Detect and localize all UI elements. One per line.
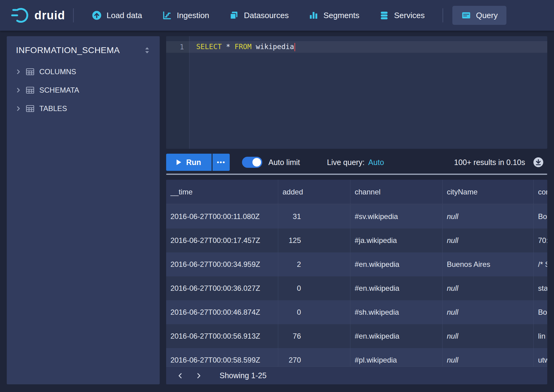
cell-comment: 70: — [533, 229, 547, 252]
cell-comment: sta — [533, 276, 547, 300]
chevron-right-icon — [16, 69, 21, 75]
sort-double-caret-icon[interactable] — [144, 46, 150, 54]
nav-item-label: Query — [476, 11, 498, 20]
play-icon — [177, 159, 181, 165]
table-grid-icon — [26, 86, 34, 94]
cell-cityname: null — [442, 229, 533, 252]
query-toolbar: Run ••• Auto limit Live query: Auto 100+… — [166, 153, 547, 171]
druid-logo-icon — [10, 7, 31, 23]
cell-channel: #sv.wikipedia — [350, 205, 442, 229]
editor-gutter — [166, 36, 189, 149]
nav-segments[interactable]: Segments — [298, 0, 369, 31]
cell-cityname: null — [442, 205, 533, 229]
next-page-button[interactable] — [192, 369, 205, 382]
cell-added: 31 — [278, 205, 350, 229]
column-header-time[interactable]: __time — [166, 180, 278, 204]
nav-item-label: Services — [394, 11, 425, 20]
nav-load-data[interactable]: Load data — [82, 0, 152, 31]
chevron-right-icon — [16, 87, 21, 93]
schema-sidebar: INFORMATION_SCHEMA COLUMNS SCHEMATA TABL… — [7, 36, 160, 384]
query-results-table: __time added channel cityName com 2016-0… — [166, 180, 547, 384]
nav-item-label: Ingestion — [177, 11, 209, 20]
cell-added: 2 — [278, 252, 350, 276]
druid-brand[interactable]: druid — [10, 7, 65, 23]
cell-time: 2016-06-27T00:00:34.959Z — [166, 252, 278, 276]
top-navbar: druid Load data Ingestion Datasources Se… — [0, 0, 554, 31]
schema-title: INFORMATION_SCHEMA — [16, 45, 120, 55]
cell-channel: #en.wikipedia — [350, 276, 442, 300]
nav-query[interactable]: Query — [452, 6, 506, 25]
more-options-button[interactable]: ••• — [213, 154, 230, 171]
brand-name: druid — [34, 9, 65, 22]
line-number: 1 — [166, 43, 184, 51]
sql-editor[interactable]: 1 SELECT * FROM wikipedia — [166, 36, 547, 149]
nav-item-label: Datasources — [244, 11, 289, 20]
table-header-row: __time added channel cityName com — [166, 180, 547, 204]
segments-bars-icon — [308, 10, 319, 21]
text-cursor — [295, 43, 295, 51]
sidebar-item-columns[interactable]: COLUMNS — [7, 63, 160, 81]
table-body: 2016-06-27T00:00:11.080Z 31 #sv.wikipedi… — [166, 205, 547, 384]
table-row: 2016-06-27T00:00:17.457Z 125 #ja.wikiped… — [166, 229, 547, 252]
column-header-comment[interactable]: com — [533, 180, 547, 204]
live-query-mode-link[interactable]: Auto — [368, 158, 384, 167]
cell-channel: #ja.wikipedia — [350, 229, 442, 252]
cell-comment: lin — [533, 324, 547, 348]
run-button[interactable]: Run — [166, 154, 212, 171]
download-icon — [533, 156, 544, 168]
datasources-stack-icon — [229, 10, 239, 21]
table-row: 2016-06-27T00:00:36.027Z 0 #en.wikipedia… — [166, 276, 547, 300]
cell-channel: #en.wikipedia — [350, 324, 442, 348]
tree-item-label: TABLES — [39, 104, 67, 113]
table-row: 2016-06-27T00:00:56.913Z 76 #en.wikipedi… — [166, 324, 547, 348]
column-header-added[interactable]: added — [278, 180, 350, 204]
navbar-divider — [73, 8, 74, 22]
results-divider-bar — [166, 174, 547, 175]
table-grid-icon — [26, 105, 34, 112]
chevron-left-icon — [178, 372, 183, 379]
cell-added: 0 — [278, 276, 350, 300]
cell-cityname: Buenos Aires — [442, 252, 533, 276]
navbar-divider — [443, 8, 443, 22]
schema-title-row: INFORMATION_SCHEMA — [7, 36, 160, 63]
cell-comment: Bo — [533, 300, 547, 324]
tree-item-label: COLUMNS — [39, 67, 76, 76]
sidebar-item-schemata[interactable]: SCHEMATA — [7, 81, 160, 99]
nav-ingestion[interactable]: Ingestion — [152, 0, 219, 31]
live-query-label: Live query: — [327, 158, 365, 167]
toggle-knob — [252, 158, 261, 167]
auto-limit-toggle[interactable] — [242, 157, 262, 168]
cell-time: 2016-06-27T00:00:11.080Z — [166, 205, 278, 229]
cell-added: 76 — [278, 324, 350, 348]
column-header-channel[interactable]: channel — [350, 180, 442, 204]
pagination-bar: Showing 1-25 — [166, 367, 547, 384]
auto-limit-label: Auto limit — [268, 158, 300, 167]
showing-range-label: Showing 1-25 — [220, 371, 267, 380]
cell-added: 0 — [278, 300, 350, 324]
previous-page-button[interactable] — [174, 369, 187, 382]
cell-comment: /* S — [533, 252, 547, 276]
cell-added: 125 — [278, 229, 350, 252]
sql-statement: SELECT * FROM wikipedia — [196, 43, 295, 51]
cell-time: 2016-06-27T00:00:56.913Z — [166, 324, 278, 348]
cell-channel: #sh.wikipedia — [350, 300, 442, 324]
ingestion-chart-icon — [162, 10, 172, 21]
cell-cityname: null — [442, 276, 533, 300]
cell-time: 2016-06-27T00:00:46.874Z — [166, 300, 278, 324]
sidebar-item-tables[interactable]: TABLES — [7, 99, 160, 118]
download-results-button[interactable] — [533, 156, 544, 168]
table-row: 2016-06-27T00:00:34.959Z 2 #en.wikipedia… — [166, 252, 547, 276]
tree-item-label: SCHEMATA — [39, 86, 79, 94]
table-grid-icon — [26, 68, 34, 75]
services-database-icon — [379, 10, 389, 21]
editor-line-1: 1 SELECT * FROM wikipedia — [166, 43, 295, 51]
nav-item-label: Segments — [323, 11, 359, 20]
chevron-right-icon — [16, 106, 21, 112]
cell-cityname: null — [442, 300, 533, 324]
cell-channel: #en.wikipedia — [350, 252, 442, 276]
results-summary: 100+ results in 0.10s — [454, 158, 525, 167]
nav-datasources[interactable]: Datasources — [219, 0, 298, 31]
column-header-cityname[interactable]: cityName — [442, 180, 533, 204]
chevron-right-icon — [196, 372, 201, 379]
nav-services[interactable]: Services — [369, 0, 435, 31]
